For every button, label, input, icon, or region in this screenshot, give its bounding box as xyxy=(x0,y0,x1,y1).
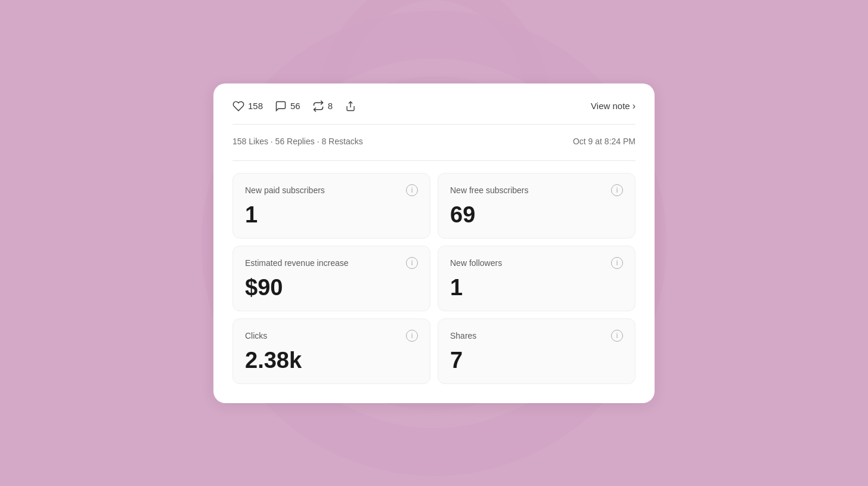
metric-header-clicks: Clicks i xyxy=(245,330,418,342)
metric-card-estimated-revenue-increase: Estimated revenue increase i $90 xyxy=(232,246,430,311)
info-icon-new-free-subscribers[interactable]: i xyxy=(611,184,623,196)
metric-card-clicks: Clicks i 2.38k xyxy=(232,318,430,384)
metric-label-new-free-subscribers: New free subscribers xyxy=(450,185,529,195)
meta-row: 158 Likes · 56 Replies · 8 Restacks Oct … xyxy=(232,137,636,161)
metric-label-new-paid-subscribers: New paid subscribers xyxy=(245,185,325,195)
info-icon-new-paid-subscribers[interactable]: i xyxy=(406,184,418,196)
engagement-summary: 158 Likes · 56 Replies · 8 Restacks xyxy=(232,137,363,146)
info-icon-new-followers[interactable]: i xyxy=(611,257,623,269)
metric-value-new-paid-subscribers: 1 xyxy=(245,203,418,226)
comment-icon xyxy=(275,100,287,112)
metric-value-estimated-revenue-increase: $90 xyxy=(245,276,418,299)
stats-card: 158 56 8 Vi xyxy=(213,83,655,403)
view-note-label: View note xyxy=(591,101,630,111)
view-note-button[interactable]: View note › xyxy=(591,101,636,112)
metric-label-shares: Shares xyxy=(450,331,476,340)
metrics-grid: New paid subscribers i 1 New free subscr… xyxy=(232,173,636,384)
restack-icon xyxy=(312,100,324,112)
metric-label-estimated-revenue-increase: Estimated revenue increase xyxy=(245,258,349,268)
chevron-right-icon: › xyxy=(633,101,636,112)
metric-card-new-free-subscribers: New free subscribers i 69 xyxy=(438,173,636,239)
share-stat[interactable] xyxy=(345,100,356,112)
metric-header-new-followers: New followers i xyxy=(450,257,623,269)
metric-card-shares: Shares i 7 xyxy=(438,318,636,384)
metric-label-clicks: Clicks xyxy=(245,331,267,340)
metric-card-new-followers: New followers i 1 xyxy=(438,246,636,311)
info-icon-clicks[interactable]: i xyxy=(406,330,418,342)
header-stats: 158 56 8 xyxy=(232,100,356,112)
metric-value-new-free-subscribers: 69 xyxy=(450,203,623,226)
metric-header-estimated-revenue-increase: Estimated revenue increase i xyxy=(245,257,418,269)
info-icon-shares[interactable]: i xyxy=(611,330,623,342)
timestamp: Oct 9 at 8:24 PM xyxy=(573,137,636,146)
likes-count: 158 xyxy=(248,101,263,111)
restacks-stat[interactable]: 8 xyxy=(312,100,333,112)
heart-icon xyxy=(232,100,244,112)
likes-stat[interactable]: 158 xyxy=(232,100,263,112)
replies-count: 56 xyxy=(290,101,300,111)
metric-header-new-paid-subscribers: New paid subscribers i xyxy=(245,184,418,196)
restacks-count: 8 xyxy=(328,101,333,111)
share-icon xyxy=(345,100,356,112)
card-header: 158 56 8 Vi xyxy=(232,100,636,125)
replies-stat[interactable]: 56 xyxy=(275,100,300,112)
metric-value-new-followers: 1 xyxy=(450,276,623,299)
metric-card-new-paid-subscribers: New paid subscribers i 1 xyxy=(232,173,430,239)
metric-header-new-free-subscribers: New free subscribers i xyxy=(450,184,623,196)
info-icon-estimated-revenue-increase[interactable]: i xyxy=(406,257,418,269)
metric-header-shares: Shares i xyxy=(450,330,623,342)
metric-value-shares: 7 xyxy=(450,349,623,372)
metric-label-new-followers: New followers xyxy=(450,258,502,268)
metric-value-clicks: 2.38k xyxy=(245,349,418,372)
